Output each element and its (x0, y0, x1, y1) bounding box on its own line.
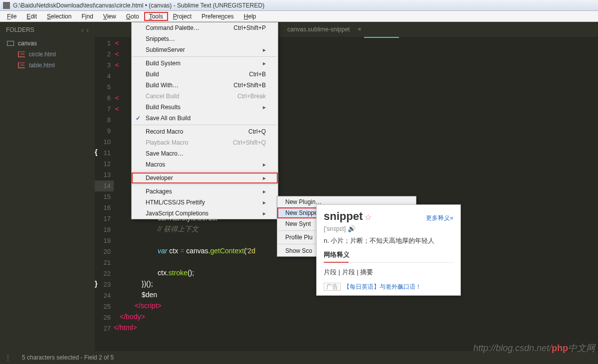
sidebar: FOLDERS ‹› canvas circle.html table.html (0, 22, 95, 351)
code-brace-open: { (95, 147, 97, 158)
menu-view[interactable]: View (98, 12, 121, 21)
chevron-right-icon: ▸ (263, 60, 266, 67)
menu-dots-icon[interactable]: ⋮ (5, 354, 12, 361)
code-brace-close: } (95, 278, 97, 289)
menu-find[interactable]: Find (76, 12, 98, 21)
menu-tools[interactable]: Tools (144, 12, 168, 21)
dict-word: snippet (324, 210, 363, 222)
dict-ad: 广告【每日英语】与老外飙口语！ (324, 283, 453, 291)
code-chevron: < (115, 105, 119, 113)
status-text: 5 characters selected - Field 2 of 5 (22, 354, 114, 361)
folder-icon (7, 41, 14, 46)
menu-separator (133, 56, 277, 57)
menu-edit[interactable]: Edit (21, 12, 42, 21)
menu-developer[interactable]: Developer▸ (132, 173, 278, 183)
code-line-24: $den (142, 289, 157, 300)
sidebar-header: FOLDERS ‹› (0, 22, 95, 38)
file-row-table[interactable]: table.html (0, 60, 95, 71)
menu-packages[interactable]: Packages▸ (132, 186, 278, 197)
app-icon (3, 2, 10, 9)
menubar[interactable]: File Edit Selection Find View Goto Tools… (0, 11, 598, 22)
window-title: G:\BaiduNetdiskDownload\test\canvas\circ… (13, 2, 264, 9)
menu-macros[interactable]: Macros▸ (132, 159, 278, 170)
menu-command-palette[interactable]: Command Palette…Ctrl+Shift+P (132, 22, 278, 33)
chevron-left-icon[interactable]: ‹ (81, 26, 84, 34)
menu-goto[interactable]: Goto (121, 12, 144, 21)
menu-selection[interactable]: Selection (42, 12, 76, 21)
code-line-27: </html> (114, 322, 137, 333)
code-chevron: < (115, 94, 119, 102)
chevron-right-icon: ▸ (263, 161, 266, 168)
menu-record-macro[interactable]: Record MacroCtrl+Q (132, 126, 278, 137)
tools-menu[interactable]: Command Palette…Ctrl+Shift+P Snippets… S… (131, 22, 278, 219)
window-titlebar: G:\BaiduNetdiskDownload\test\canvas\circ… (0, 0, 598, 11)
file-row-circle[interactable]: circle.html (0, 49, 95, 60)
menu-save-macro[interactable]: Save Macro… (132, 148, 278, 159)
menu-preferences[interactable]: Preferences (197, 12, 239, 21)
menu-build-system[interactable]: Build System▸ (132, 58, 278, 69)
menu-project[interactable]: Project (168, 12, 197, 21)
menu-save-all-on-build[interactable]: Save All on Build (132, 113, 278, 124)
menu-file[interactable]: File (2, 12, 21, 21)
menu-help[interactable]: Help (239, 12, 261, 21)
speaker-icon[interactable]: 🔊 (348, 225, 356, 232)
code-chevron: < (115, 50, 119, 58)
menu-prettify[interactable]: HTML/CSS/JS Prettify▸ (132, 197, 278, 208)
chevron-right-icon: ▸ (263, 210, 266, 217)
chevron-right-icon: ▸ (263, 46, 266, 53)
dict-more-link[interactable]: 更多释义» (426, 214, 453, 222)
chevron-right-icon: ▸ (263, 104, 266, 111)
dictionary-popup: snippet☆ 更多释义» ['snɪpɪt] 🔊 n. 小片；片断；不知天高… (316, 204, 461, 296)
dict-ad-link[interactable]: 【每日英语】与老外飙口语！ (344, 283, 421, 290)
code-line-20: var ctx = canvas.getContext('2d (158, 245, 255, 256)
main-area: FOLDERS ‹› canvas circle.html table.html… (0, 22, 598, 351)
star-icon[interactable]: ☆ (365, 213, 372, 221)
folder-row[interactable]: canvas (0, 38, 95, 49)
tab-active-underline (364, 37, 399, 38)
close-icon[interactable]: × (358, 26, 361, 33)
file-icon (18, 51, 25, 57)
folder-label: canvas (18, 40, 37, 47)
gutter: 123 456 789 101112 131415 161718 192021 … (95, 37, 114, 334)
menu-build-with[interactable]: Build With…Ctrl+Shift+B (132, 80, 278, 91)
tab-snippet[interactable]: canvas.sublime-snippet × (279, 23, 369, 36)
menu-separator (133, 171, 277, 172)
watermark: http://blog.csdn.net/php中文网 (473, 342, 595, 354)
menu-sublimeserver[interactable]: SublimeServer▸ (132, 44, 278, 55)
menu-separator (133, 125, 277, 125)
dict-net-title: 网络释义 (324, 250, 453, 263)
chevron-right-icon: ▸ (263, 199, 266, 206)
tab-label: canvas.sublime-snippet (287, 26, 350, 33)
dict-definition: n. 小片；片断；不知天高地厚的年轻人 (324, 236, 453, 245)
chevron-right-icon: ▸ (263, 175, 266, 182)
file-icon (18, 62, 25, 68)
code-line-23: })(); (142, 278, 153, 289)
dict-phonetic: ['snɪpɪt] 🔊 (324, 225, 453, 232)
menu-snippets[interactable]: Snippets… (132, 33, 278, 44)
file-label: circle.html (29, 51, 56, 58)
sidebar-nav-arrows[interactable]: ‹› (78, 26, 89, 34)
chevron-right-icon[interactable]: › (86, 26, 89, 34)
menu-build-results[interactable]: Build Results▸ (132, 102, 278, 113)
menu-playback-macro: Playback MacroCtrl+Shift+Q (132, 137, 278, 148)
menu-separator (133, 184, 277, 185)
code-line-25: </script> (135, 300, 162, 311)
file-label: table.html (29, 62, 55, 69)
menu-cancel-build: Cancel BuildCtrl+Break (132, 91, 278, 102)
menu-build[interactable]: BuildCtrl+B (132, 69, 278, 80)
code-chevron: < (115, 39, 119, 47)
code-line-26: </body> (120, 311, 145, 322)
code-line-22: ctx.stroke(); (158, 267, 194, 278)
dict-translations: 片段 | 片段 | 摘要 (324, 268, 453, 277)
sidebar-title: FOLDERS (6, 26, 34, 33)
code-chevron: < (115, 61, 119, 69)
code-line-18: // 获得上下文 (158, 223, 199, 234)
chevron-right-icon: ▸ (263, 188, 266, 195)
menu-js-completions[interactable]: JavaScript Completions▸ (132, 208, 278, 219)
